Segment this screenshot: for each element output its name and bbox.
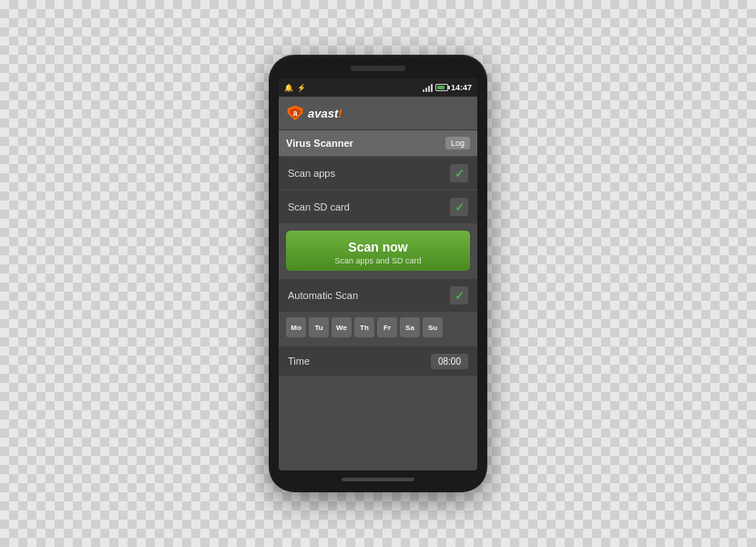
phone-device: 🔔 ⚡ 14:47 <box>269 55 487 492</box>
signal-bar-3 <box>428 86 430 92</box>
signal-bar-4 <box>431 84 433 92</box>
signal-bar-2 <box>425 88 427 92</box>
status-time: 14:47 <box>451 83 472 92</box>
day-we[interactable]: We <box>332 317 352 337</box>
day-su[interactable]: Su <box>423 317 443 337</box>
auto-scan-checkmark: ✓ <box>455 289 465 303</box>
battery-icon <box>435 84 448 91</box>
scan-sd-label: Scan SD card <box>288 201 350 212</box>
content-area: Scan apps ✓ Scan SD card ✓ Scan now Scan… <box>279 156 477 470</box>
auto-scan-checkbox[interactable]: ✓ <box>450 286 468 304</box>
auto-scan-label: Automatic Scan <box>288 290 358 301</box>
day-sa[interactable]: Sa <box>400 317 420 337</box>
scan-apps-checkmark: ✓ <box>455 167 465 181</box>
virus-scanner-bar: Virus Scanner Log <box>279 130 477 156</box>
phone-home-bar[interactable] <box>342 478 414 481</box>
scan-sd-row[interactable]: Scan SD card ✓ <box>279 191 477 223</box>
day-tu[interactable]: Tu <box>309 317 329 337</box>
svg-text:a: a <box>293 108 298 118</box>
status-right-icons: 14:47 <box>423 83 472 92</box>
phone-speaker <box>351 66 405 71</box>
signal-bars <box>423 83 433 92</box>
days-row: Mo Tu We Th Fr Sa Su <box>279 312 477 343</box>
virus-scanner-label: Virus Scanner <box>286 138 353 149</box>
scan-apps-label: Scan apps <box>288 168 335 179</box>
time-label: Time <box>288 356 310 366</box>
scan-sd-checkbox[interactable]: ✓ <box>450 198 468 216</box>
day-mo[interactable]: Mo <box>286 317 306 337</box>
avast-shield-icon: a <box>286 104 304 122</box>
avast-header: a avast! <box>279 97 477 129</box>
usb-icon: ⚡ <box>297 84 306 92</box>
scan-apps-checkbox[interactable]: ✓ <box>450 164 468 182</box>
scan-now-title: Scan now <box>291 240 465 254</box>
avast-logo-text: avast! <box>308 107 342 120</box>
avast-logo: a avast! <box>286 104 342 122</box>
day-th[interactable]: Th <box>354 317 374 337</box>
time-value[interactable]: 08:00 <box>431 354 468 369</box>
auto-scan-row[interactable]: Automatic Scan ✓ <box>279 279 477 312</box>
log-button[interactable]: Log <box>445 137 470 150</box>
day-fr[interactable]: Fr <box>377 317 397 337</box>
signal-bar-1 <box>423 89 424 92</box>
status-left-icons: 🔔 ⚡ <box>284 84 306 92</box>
scan-now-button[interactable]: Scan now Scan apps and SD card <box>286 231 470 271</box>
scan-sd-checkmark: ✓ <box>455 201 465 214</box>
time-row[interactable]: Time 08:00 <box>279 346 477 376</box>
battery-fill <box>437 86 444 89</box>
avast-exclaim: ! <box>338 107 342 120</box>
notification-icon: 🔔 <box>284 84 293 92</box>
scan-apps-row[interactable]: Scan apps ✓ <box>279 157 477 190</box>
phone-screen: 🔔 ⚡ 14:47 <box>279 78 477 470</box>
status-bar: 🔔 ⚡ 14:47 <box>279 78 477 97</box>
scan-now-subtitle: Scan apps and SD card <box>291 256 465 265</box>
